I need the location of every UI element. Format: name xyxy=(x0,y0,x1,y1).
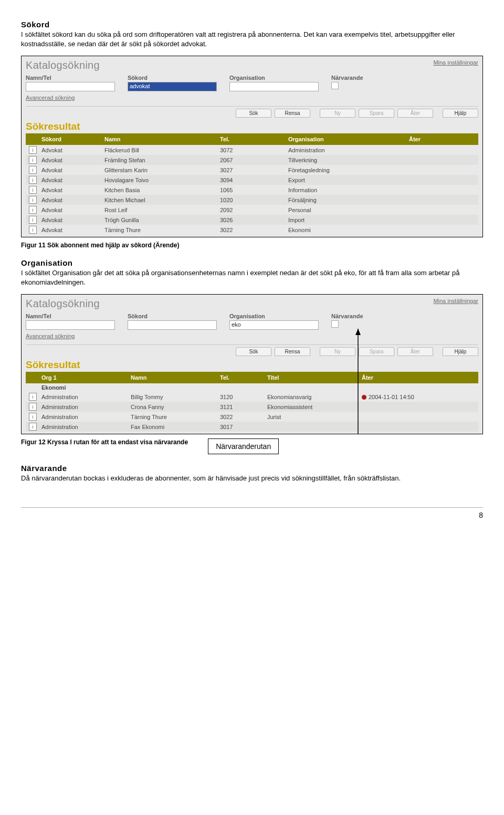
cell-ater xyxy=(360,416,478,418)
cell-sokord: Advokat xyxy=(39,176,102,184)
group-row: Ekonomi xyxy=(26,383,478,392)
sokord-input[interactable]: advokat xyxy=(128,82,217,91)
table-row[interactable]: iAdvokatTrögh Gunilla3026Import xyxy=(26,215,478,225)
info-icon[interactable]: i xyxy=(29,146,37,154)
cell-tel: 3017 xyxy=(218,423,265,431)
table-row[interactable]: iAdvokatKitchen Michael1020Försäljning xyxy=(26,195,478,205)
org-input-2[interactable]: eko xyxy=(229,320,319,330)
label-namntel: Namn/Tel xyxy=(26,75,115,81)
table-row[interactable]: iAdministrationTärning Thure3022Jurist xyxy=(26,412,478,422)
advanced-search-link[interactable]: Avancerad sökning xyxy=(26,95,75,101)
table-row[interactable]: iAdvokatKitchen Basia1065Information xyxy=(26,185,478,195)
group-label: Ekonomi xyxy=(39,383,68,392)
table-row[interactable]: iAdvokatGlitterstam Karin3027Företagsled… xyxy=(26,165,478,175)
cell-namn: Tärning Thure xyxy=(102,226,218,234)
info-icon[interactable]: i xyxy=(29,393,37,401)
cell-namn: Rost Leif xyxy=(102,206,218,214)
table-row[interactable]: iAdvokatRost Leif2092Personal xyxy=(26,205,478,215)
col-tel-2: Tel. xyxy=(218,373,265,382)
info-icon[interactable]: i xyxy=(29,413,37,421)
cell-titel: Jurist xyxy=(265,413,360,421)
org-input[interactable] xyxy=(229,82,319,91)
cell-org: Administration xyxy=(39,403,129,411)
section-narv-title: Närvarande xyxy=(21,464,483,473)
cell-sokord: Advokat xyxy=(39,186,102,194)
cell-org: Personal xyxy=(286,206,407,214)
sok-button-2[interactable]: Sök xyxy=(236,347,271,356)
hjalp-button[interactable]: Hjälp xyxy=(443,109,478,118)
ater-button[interactable]: Åter xyxy=(397,109,433,118)
result-header-2: Org 1 Namn Tel. Titel Åter xyxy=(26,372,478,383)
table-row[interactable]: iAdministrationBillig Tommy3120Ekonomian… xyxy=(26,392,478,402)
sok-button[interactable]: Sök xyxy=(236,109,271,118)
cell-tel: 3072 xyxy=(218,146,286,154)
spara-button-2[interactable]: Spara xyxy=(359,347,394,356)
info-icon[interactable]: i xyxy=(29,403,37,411)
info-icon[interactable]: i xyxy=(29,166,37,174)
hjalp-button-2[interactable]: Hjälp xyxy=(443,347,478,356)
section-sokord-title: Sökord xyxy=(21,20,483,29)
cell-tel: 3120 xyxy=(218,393,265,401)
info-icon[interactable]: i xyxy=(29,196,37,204)
status-dot-icon xyxy=(362,395,366,400)
cell-tel: 3022 xyxy=(218,413,265,421)
cell-namn: Trögh Gunilla xyxy=(102,216,218,224)
col-org1: Org 1 xyxy=(39,373,129,382)
info-icon[interactable]: i xyxy=(29,423,37,431)
caption-fig11: Figur 11 Sök abonnent med hjälp av sökor… xyxy=(21,242,483,249)
cell-ater xyxy=(407,179,478,181)
cell-org: Information xyxy=(286,186,407,194)
narvarande-box-label: Närvaranderutan xyxy=(208,438,279,454)
my-settings-link-2[interactable]: Mina inställningar xyxy=(433,298,478,304)
narv-checkbox[interactable] xyxy=(331,82,339,89)
info-icon[interactable]: i xyxy=(29,226,37,234)
cell-namn: Kitchen Basia xyxy=(102,186,218,194)
spara-button[interactable]: Spara xyxy=(359,109,394,118)
module-title: Katalogsökning xyxy=(26,59,100,71)
info-icon[interactable]: i xyxy=(29,176,37,184)
rensa-button[interactable]: Rensa xyxy=(275,109,310,118)
namntel-input-2[interactable] xyxy=(26,320,115,330)
info-icon[interactable]: i xyxy=(29,186,37,194)
info-icon[interactable]: i xyxy=(29,156,37,164)
ny-button[interactable]: Ny xyxy=(320,109,355,118)
table-row[interactable]: iAdvokatFrämling Stefan2067Tillverkning xyxy=(26,155,478,165)
cell-sokord: Advokat xyxy=(39,146,102,154)
narv-checkbox-2[interactable] xyxy=(331,320,339,328)
table-row[interactable]: iAdministrationCrona Fanny3121Ekonomiass… xyxy=(26,402,478,412)
col-sokord: Sökord xyxy=(39,135,102,143)
my-settings-link[interactable]: Mina inställningar xyxy=(433,59,478,66)
section-org-title: Organisation xyxy=(21,258,483,267)
cell-namn: Billig Tommy xyxy=(129,393,218,401)
ater-button-2[interactable]: Åter xyxy=(397,347,433,356)
label-narv-2: Närvarande xyxy=(331,313,363,319)
cell-ater xyxy=(407,199,478,201)
sokord-input-2[interactable] xyxy=(128,320,217,330)
cell-namn: Hovslagare Toivo xyxy=(102,176,218,184)
cell-org: Administration xyxy=(39,413,129,421)
col-tel: Tel. xyxy=(218,135,286,143)
cell-ater xyxy=(407,149,478,151)
cell-titel: Ekonomiansvarig xyxy=(265,393,360,401)
table-row[interactable]: iAdministrationFax Ekonomi3017 xyxy=(26,422,478,432)
info-icon[interactable]: i xyxy=(29,206,37,214)
namntel-input[interactable] xyxy=(26,82,115,91)
advanced-search-link-2[interactable]: Avancerad sökning xyxy=(26,333,75,339)
col-titel: Titel xyxy=(265,373,360,382)
cell-titel xyxy=(265,426,360,428)
ny-button-2[interactable]: Ny xyxy=(320,347,355,356)
page-number: 8 xyxy=(21,507,483,519)
table-row[interactable]: iAdvokatTärning Thure3022Ekonomi xyxy=(26,225,478,235)
cell-tel: 1065 xyxy=(218,186,286,194)
cell-namn: Främling Stefan xyxy=(102,156,218,164)
cell-ater xyxy=(407,169,478,171)
cell-org: Administration xyxy=(39,423,129,431)
cell-sokord: Advokat xyxy=(39,166,102,174)
rensa-button-2[interactable]: Rensa xyxy=(275,347,310,356)
label-org-2: Organisation xyxy=(229,313,319,319)
section-org-para: I sökfältet Organisation går det att sök… xyxy=(21,268,483,287)
table-row[interactable]: iAdvokatFläckerud Bill3072Administration xyxy=(26,145,478,155)
info-icon[interactable]: i xyxy=(29,216,37,224)
cell-tel: 3022 xyxy=(218,226,286,234)
table-row[interactable]: iAdvokatHovslagare Toivo3094Export xyxy=(26,175,478,185)
